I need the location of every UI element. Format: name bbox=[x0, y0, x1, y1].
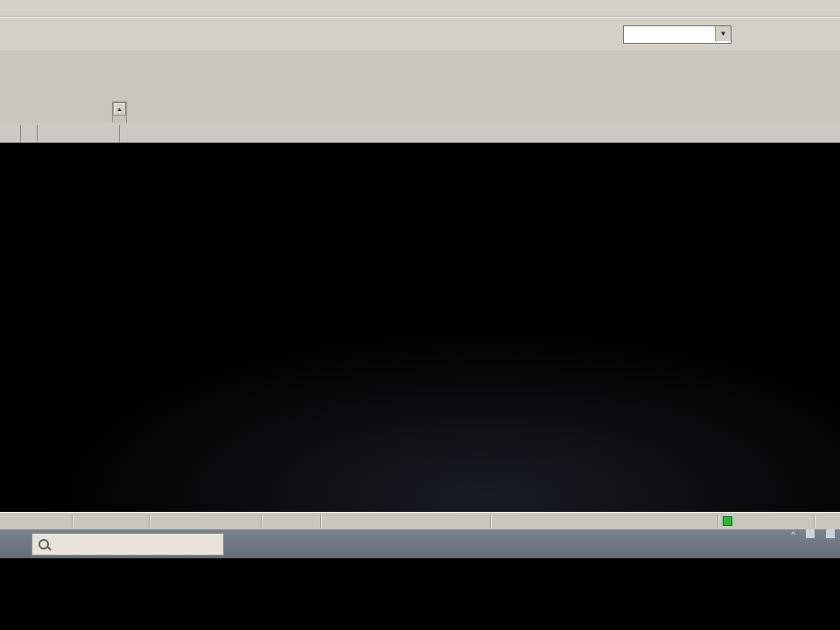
system-tray: ^ bbox=[774, 529, 835, 558]
volume-icon[interactable] bbox=[826, 529, 835, 538]
status-connection bbox=[723, 516, 736, 527]
data-tables: ▲ ▼ bbox=[0, 51, 840, 122]
menu-item-connexions[interactable] bbox=[4, 8, 17, 10]
network-icon[interactable] bbox=[806, 529, 815, 538]
tab-cut[interactable] bbox=[0, 125, 21, 142]
chevron-down-icon[interactable]: ▼ bbox=[715, 26, 731, 41]
axis-tabs-bar bbox=[0, 122, 840, 144]
menu-item-canaux[interactable] bbox=[17, 8, 29, 10]
chart-canvas[interactable] bbox=[0, 143, 840, 512]
chevron-up-icon[interactable]: ^ bbox=[791, 529, 794, 539]
menu-bar bbox=[0, 0, 840, 17]
preset-dropdown[interactable]: ▼ bbox=[623, 25, 732, 44]
connected-icon bbox=[723, 516, 732, 526]
status-bar bbox=[0, 512, 840, 530]
search-input[interactable] bbox=[32, 533, 224, 556]
application-window: ▼ ▲ ▼ bbox=[0, 0, 840, 558]
windows-taskbar: ^ bbox=[0, 529, 840, 558]
tab-axe-regime[interactable] bbox=[103, 125, 120, 142]
toolbar: ▼ bbox=[0, 17, 840, 52]
dyno-chart[interactable] bbox=[0, 143, 840, 512]
tab-axe-kmh[interactable] bbox=[21, 125, 38, 142]
search-icon bbox=[38, 539, 49, 550]
scroll-up-icon[interactable]: ▲ bbox=[113, 102, 126, 116]
menu-item-aide[interactable] bbox=[29, 8, 41, 10]
